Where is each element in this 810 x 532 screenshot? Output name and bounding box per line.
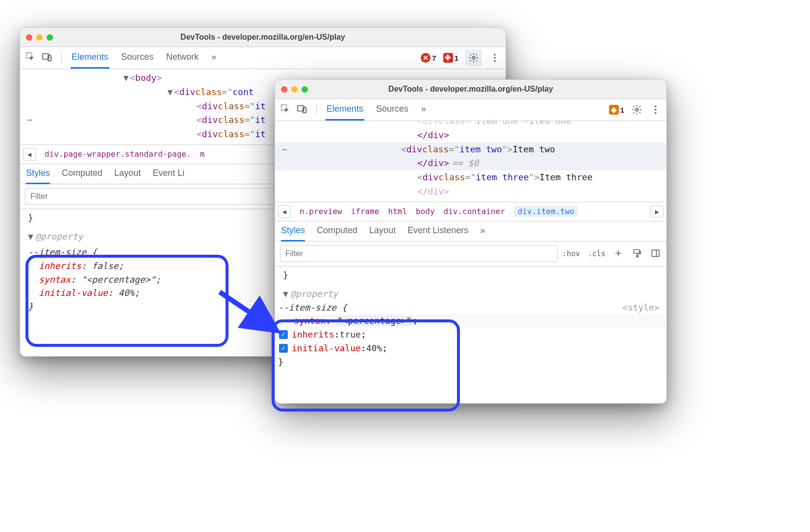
hov-toggle[interactable]: :hov <box>562 249 580 258</box>
tab-elements[interactable]: Elements <box>71 47 109 69</box>
subtab-layout[interactable]: Layout <box>369 220 396 242</box>
item-three-class: item three <box>476 170 529 185</box>
ellipsis-icon[interactable]: ⋯ <box>282 143 287 156</box>
crumb-html[interactable]: html <box>388 207 407 216</box>
inspect-icon[interactable] <box>280 103 291 117</box>
close-dot[interactable] <box>26 34 32 41</box>
device-toggle-icon[interactable] <box>297 103 307 117</box>
crumb-prev-icon[interactable]: ◀ <box>23 148 36 161</box>
at-property-rule: @property <box>35 231 83 242</box>
svg-rect-15 <box>636 256 638 257</box>
ellipsis-icon[interactable]: ⋯ <box>27 113 32 127</box>
close-div-tag: </div> <box>417 128 449 143</box>
syntax-prop-name[interactable]: syntax <box>39 274 71 285</box>
crumb-container[interactable]: div.container <box>444 207 505 216</box>
breadcrumb-2[interactable]: ◀ n.preview iframe html body div.contain… <box>275 202 666 221</box>
crumb-next-icon[interactable]: ▶ <box>651 205 663 218</box>
subtabs-more[interactable]: » <box>480 220 485 242</box>
kebab-icon[interactable] <box>489 52 501 64</box>
inherits-prop-value[interactable]: false <box>92 261 118 271</box>
crumb-preview[interactable]: n.preview <box>300 207 342 216</box>
initial-value-prop-name[interactable]: initial-value <box>39 288 108 298</box>
tab-sources[interactable]: Sources <box>375 99 409 121</box>
div-tag: div <box>202 127 218 142</box>
svg-point-4 <box>494 54 496 56</box>
crumb-iframe[interactable]: iframe <box>351 207 380 216</box>
div-tag: div <box>179 85 196 99</box>
item-two-text: Item two <box>512 143 555 157</box>
tabs-more[interactable]: » <box>210 47 217 69</box>
item-three-text: Item three <box>539 170 592 185</box>
initial-value-prop-value[interactable]: 40% <box>366 341 382 355</box>
disclosure-icon[interactable]: ▼ <box>28 231 33 242</box>
inherits-prop-name[interactable]: inherits <box>292 328 334 341</box>
crumb-prev-icon[interactable]: ◀ <box>278 205 291 218</box>
syntax-prop-value[interactable]: "<percentage>" <box>336 315 413 326</box>
subtab-styles[interactable]: Styles <box>281 220 305 242</box>
source-link[interactable]: <style> <box>622 301 666 314</box>
svg-point-12 <box>655 109 657 111</box>
tab-elements[interactable]: Elements <box>326 99 364 121</box>
class-value: it <box>255 113 266 127</box>
subtab-event-listeners[interactable]: Event Li <box>152 163 184 184</box>
warn-count: 1 <box>455 54 458 62</box>
syntax-prop-value[interactable]: "<percentage>" <box>81 274 156 285</box>
close-div-tag: </div> <box>417 185 449 199</box>
panel-layout-icon[interactable] <box>651 248 661 259</box>
class-value: it <box>255 127 266 142</box>
tab-sources[interactable]: Sources <box>120 47 154 69</box>
disclosure-icon[interactable]: ▼ <box>283 289 288 299</box>
styles-filter-input[interactable] <box>280 245 557 262</box>
checkbox-icon[interactable]: ✓ <box>279 330 288 339</box>
class-attr: class <box>218 99 244 114</box>
svg-rect-16 <box>652 250 659 256</box>
zoom-dot[interactable] <box>47 34 53 41</box>
at-property-rule: @property <box>290 289 338 299</box>
initial-value-prop-value[interactable]: 40% <box>119 288 135 298</box>
breadcrumb-trailing[interactable]: m <box>200 149 205 159</box>
device-toggle-icon[interactable] <box>42 51 52 65</box>
class-attr: class <box>195 85 222 99</box>
breadcrumb-path[interactable]: div.page-wrapper.standard-page. <box>45 149 191 159</box>
initial-value-prop-name[interactable]: initial-value <box>292 341 361 355</box>
inherits-prop-value[interactable]: true <box>340 328 361 341</box>
minimize-dot[interactable] <box>291 86 298 93</box>
tab-network[interactable]: Network <box>165 47 200 69</box>
property-selector[interactable]: --item-size { <box>275 301 347 314</box>
cls-toggle[interactable]: .cls <box>588 249 606 258</box>
crumb-selected[interactable]: div.item.two <box>514 206 579 217</box>
add-rule-icon[interactable] <box>613 248 624 259</box>
warnings-badge[interactable]: ◆ 1 <box>609 105 624 115</box>
zoom-dot[interactable] <box>302 86 308 93</box>
subtab-styles[interactable]: Styles <box>26 163 50 184</box>
gear-icon[interactable] <box>465 49 482 66</box>
traffic-lights[interactable] <box>281 86 308 93</box>
inspect-icon[interactable] <box>25 51 36 65</box>
devtools-toolbar-2: Elements Sources » ◆ 1 <box>275 99 666 121</box>
gear-icon[interactable] <box>631 104 643 116</box>
subtab-event-listeners[interactable]: Event Listeners <box>407 220 468 242</box>
checkbox-icon[interactable]: ✓ <box>279 344 288 353</box>
styles-pane-2[interactable]: } ▼@property --item-size { <style> synta… <box>275 266 666 403</box>
errors-badge[interactable]: ✕ 7 <box>421 53 436 63</box>
close-dot[interactable] <box>281 86 287 93</box>
minimize-dot[interactable] <box>36 34 43 41</box>
eq0-marker: == $0 <box>452 156 479 170</box>
warnings-badge[interactable]: ✚ 1 <box>443 53 458 63</box>
crumb-body[interactable]: body <box>416 207 435 216</box>
syntax-prop-name[interactable]: syntax <box>294 315 326 326</box>
svg-point-11 <box>655 106 657 108</box>
item-two-class: item two <box>459 143 502 157</box>
traffic-lights[interactable] <box>26 34 53 41</box>
subtab-layout[interactable]: Layout <box>114 163 141 184</box>
paint-icon[interactable] <box>632 248 643 259</box>
inherits-prop-name[interactable]: inherits <box>39 261 81 271</box>
window2-title: DevTools - developer.mozilla.org/en-US/p… <box>275 85 666 94</box>
subtab-computed[interactable]: Computed <box>317 220 357 242</box>
tabs-more[interactable]: » <box>420 99 427 121</box>
dom-tree-2[interactable]: <div class="item one">Item one </div> ⋯ … <box>275 121 666 202</box>
window1-title: DevTools - developer.mozilla.org/en-US/p… <box>20 33 506 42</box>
kebab-icon[interactable] <box>650 104 661 116</box>
subtab-computed[interactable]: Computed <box>62 163 102 184</box>
window2-titlebar: DevTools - developer.mozilla.org/en-US/p… <box>275 80 666 99</box>
